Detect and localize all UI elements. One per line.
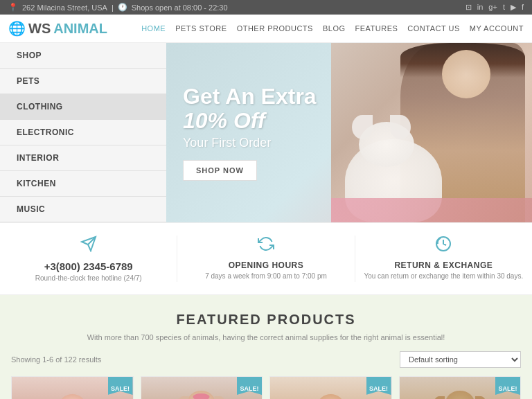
hero-subtitle: Your First Order — [183, 136, 317, 150]
info-hours: OPENING HOURS 7 days a week from 9:00 am… — [177, 236, 355, 282]
logo-animal: ANIMAL — [53, 21, 107, 37]
product-card-1[interactable]: Sale! — [11, 376, 134, 399]
nav-pets-store[interactable]: PETS STORE — [175, 24, 227, 33]
featured-controls: Showing 1-6 of 122 results Default sorti… — [11, 351, 521, 368]
return-title: RETURN & EXCHANGE — [362, 260, 525, 270]
logo-icon: 🌐 — [8, 20, 26, 37]
product-card-2[interactable]: Sale! — [141, 376, 263, 399]
logo-ws: WS — [28, 21, 51, 37]
sidebar-item-electronic[interactable]: ELECTRONIC — [0, 120, 166, 145]
sidebar-item-pets[interactable]: PETS — [0, 69, 166, 94]
info-phone: +3(800) 2345-6789 Round-the-clock free h… — [0, 236, 177, 282]
hero-face-shape — [442, 50, 490, 98]
sale-badge-1: Sale! — [108, 377, 133, 395]
social-icons: ⊡ in g+ t ▶ f — [466, 3, 524, 12]
hours-icon — [184, 236, 347, 256]
hero-dog-ear-right — [390, 115, 411, 139]
hero-dog-ear-left — [352, 115, 373, 139]
nav-features[interactable]: FEATURES — [355, 24, 398, 33]
product-image-1: Sale! — [12, 377, 133, 399]
phone-number: +3(800) 2345-6789 — [7, 260, 170, 272]
sidebar-item-clothing[interactable]: CLOTHING — [0, 94, 166, 120]
instagram-icon[interactable]: ⊡ — [466, 3, 472, 12]
product-image-4: Sale! — [400, 377, 521, 399]
hero-table — [331, 198, 532, 222]
logo[interactable]: 🌐 WS ANIMAL — [8, 20, 107, 37]
googleplus-icon[interactable]: g+ — [488, 3, 497, 12]
youtube-icon[interactable]: ▶ — [511, 3, 516, 12]
product-image-3: Sale! — [270, 377, 391, 399]
main-content: 🐾 🐾 🐾 SHOP PETS CLOTHING ELECTRONIC INTE… — [0, 43, 532, 222]
linkedin-icon[interactable]: in — [477, 3, 484, 12]
sidebar-item-interior[interactable]: INTERIOR — [0, 145, 166, 171]
facebook-icon[interactable]: f — [522, 3, 524, 12]
product-card-3[interactable]: Sale! — [269, 376, 392, 399]
nav-blog[interactable]: BLOG — [323, 24, 346, 33]
hours-text: Shops open at 08:00 - 22:30 — [132, 3, 228, 12]
featured-products-section: FEATURED PRODUCTS With more than 700 spe… — [0, 295, 532, 399]
top-bar: 📍 262 Milacina Street, USA | 🕐 Shops ope… — [0, 0, 532, 15]
sidebar-item-kitchen[interactable]: KITCHEN — [0, 171, 166, 197]
sidebar-item-music[interactable]: MUSIC — [0, 197, 166, 222]
separator: | — [112, 3, 114, 12]
sale-badge-4: Sale! — [495, 377, 520, 395]
sale-badge-2: Sale! — [237, 377, 262, 395]
hours-icon: 🕐 — [118, 3, 127, 12]
sale-badge-3: Sale! — [366, 377, 391, 395]
product-card-4[interactable]: Sale! — [399, 376, 522, 399]
address-text: 262 Milacina Street, USA — [22, 3, 107, 12]
dog-figure-1 — [46, 394, 98, 399]
sort-select[interactable]: Default sorting Sort by popularity Sort … — [400, 351, 521, 368]
showing-label: Showing 1-6 of 122 results — [11, 355, 101, 364]
top-bar-left: 📍 262 Milacina Street, USA | 🕐 Shops ope… — [8, 3, 228, 12]
info-return: RETURN & EXCHANGE You can return or exch… — [355, 236, 532, 282]
nav-other-products[interactable]: OTHER PRODUCTS — [237, 24, 313, 33]
location-icon: 📍 — [8, 3, 18, 12]
return-desc: You can return or exchange the item with… — [362, 272, 525, 280]
featured-title: FEATURED PRODUCTS — [11, 312, 521, 328]
return-icon — [362, 236, 525, 256]
hero-title: Get An Extra 10% Off — [183, 85, 317, 133]
main-nav: HOME PETS STORE OTHER PRODUCTS BLOG FEAT… — [141, 24, 524, 33]
dog-figure-4 — [432, 391, 488, 399]
nav-home[interactable]: HOME — [141, 24, 166, 33]
featured-desc: With more than 700 species of animals, h… — [11, 333, 521, 342]
hours-desc: 7 days a week from 9:00 am to 7:00 pm — [184, 272, 347, 280]
hero-image — [331, 43, 532, 222]
phone-icon — [7, 236, 170, 256]
nav-contact[interactable]: CONTACT US — [407, 24, 460, 33]
product-grid: Sale! Sale! — [11, 376, 521, 399]
hero-content: Get An Extra 10% Off Your First Order SH… — [166, 71, 330, 195]
dog-figure-2 — [175, 391, 227, 399]
hours-title: OPENING HOURS — [184, 260, 347, 270]
sidebar-menu: SHOP PETS CLOTHING ELECTRONIC INTERIOR K… — [0, 43, 166, 222]
phone-desc: Round-the-clock free hotline (24/7) — [7, 274, 170, 282]
nav-account[interactable]: MY ACCOUNT — [470, 24, 524, 33]
sidebar: 🐾 🐾 🐾 SHOP PETS CLOTHING ELECTRONIC INTE… — [0, 43, 166, 222]
sidebar-item-shop[interactable]: SHOP — [0, 43, 166, 69]
hero-banner: Get An Extra 10% Off Your First Order SH… — [166, 43, 532, 222]
info-strip: +3(800) 2345-6789 Round-the-clock free h… — [0, 222, 532, 295]
product-image-2: Sale! — [141, 377, 263, 399]
twitter-icon[interactable]: t — [503, 3, 505, 12]
shop-now-button[interactable]: SHOP NOW — [183, 160, 257, 181]
dog-figure-3 — [305, 394, 357, 399]
header: 🌐 WS ANIMAL HOME PETS STORE OTHER PRODUC… — [0, 15, 532, 43]
